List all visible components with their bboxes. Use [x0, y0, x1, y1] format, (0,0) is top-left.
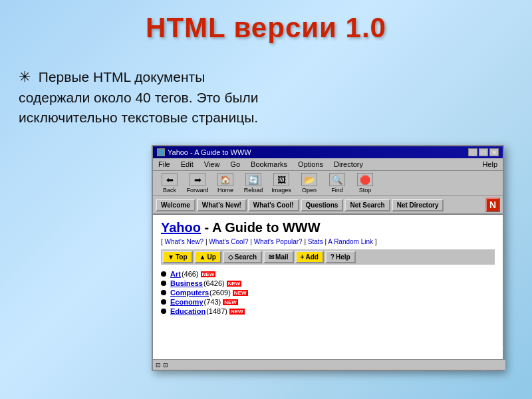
help-label: Help	[336, 253, 350, 261]
education-count: (1487)	[206, 307, 227, 315]
whats-new-link[interactable]: What's New?	[165, 238, 204, 245]
close-button[interactable]: ✕	[489, 148, 499, 156]
computers-count: (2609)	[209, 289, 231, 297]
help-button[interactable]: ? Help	[325, 251, 356, 263]
category-list: Art(466)NEW Business(6426)NEW Computers(…	[161, 270, 495, 315]
business-new-badge: NEW	[227, 281, 242, 287]
bullet-economy	[161, 299, 166, 305]
art-link[interactable]: Art	[170, 270, 181, 278]
economy-new-badge: NEW	[223, 299, 238, 305]
computers-link[interactable]: Computers	[170, 289, 209, 297]
yahoo-title: Yahoo - A Guide to WWW	[161, 220, 495, 235]
open-icon: 📂	[301, 173, 317, 186]
menu-bookmarks[interactable]: Bookmarks	[249, 160, 289, 169]
title-bar: 🌐 Yahoo - A Guide to WWW _ □ ✕	[153, 146, 503, 158]
mail-icon: ✉	[269, 253, 274, 261]
bullet-education	[161, 309, 166, 314]
education-link[interactable]: Education	[170, 307, 205, 315]
up-button[interactable]: ▲ Up	[194, 251, 221, 263]
forward-button[interactable]: ➡ Forward	[185, 173, 210, 194]
browser-window: 🌐 Yahoo - A Guide to WWW _ □ ✕ File Edit…	[152, 145, 504, 371]
title-bar-left: 🌐 Yahoo - A Guide to WWW	[157, 148, 251, 156]
toolbar: ⬅ Back ➡ Forward 🏠 Home 🔄 Reload 🖼 Image…	[153, 171, 503, 196]
window-title: Yahoo - A Guide to WWW	[168, 148, 251, 156]
back-button[interactable]: ⬅ Back	[157, 173, 182, 194]
home-icon: 🏠	[217, 173, 233, 186]
yahoo-subtitle: - A Guide to WWW	[201, 220, 321, 235]
reload-button[interactable]: 🔄 Reload	[241, 173, 266, 194]
questions-button[interactable]: Questions	[301, 199, 344, 211]
computers-new-badge: NEW	[233, 290, 248, 296]
home-button[interactable]: 🏠 Home	[213, 173, 238, 194]
bullet-computers	[161, 290, 166, 295]
random-link-link[interactable]: A Random Link	[328, 238, 373, 245]
page-title-area: HTML версии 1.0	[0, 0, 532, 44]
up-label: Up	[207, 253, 215, 261]
menu-go[interactable]: Go	[229, 160, 241, 169]
menu-directory[interactable]: Directory	[332, 160, 364, 169]
education-new-badge: NEW	[229, 309, 245, 315]
netscape-logo: N	[485, 198, 500, 212]
bullet-business	[161, 281, 166, 286]
maximize-button[interactable]: □	[479, 148, 488, 156]
up-icon: ▲	[200, 253, 206, 261]
top-icon: ▼	[168, 253, 174, 261]
welcome-button[interactable]: Welcome	[156, 199, 196, 211]
search-icon: ◇	[228, 253, 233, 261]
business-count: (6426)	[203, 279, 225, 287]
economy-count: (743)	[204, 298, 221, 306]
stats-link[interactable]: Stats	[308, 238, 323, 245]
status-text: ⊡ ⊡	[156, 362, 168, 368]
menu-help[interactable]: Help	[481, 160, 499, 169]
whats-cool-button[interactable]: What's Cool!	[248, 199, 299, 211]
menu-edit[interactable]: Edit	[180, 160, 195, 169]
list-item: Business(6426)NEW	[161, 279, 495, 287]
bullet-art	[161, 271, 166, 277]
bullet-content: Первые HTML документы содержали около 40…	[19, 69, 259, 125]
forward-icon: ➡	[190, 173, 205, 186]
main-heading: HTML версии 1.0	[0, 12, 532, 44]
whats-new-button[interactable]: What's New!	[197, 199, 247, 211]
whats-cool-link[interactable]: What's Cool?	[209, 238, 248, 245]
reload-icon: 🔄	[245, 173, 261, 186]
menu-file[interactable]: File	[157, 160, 172, 169]
search-button[interactable]: ◇ Search	[223, 251, 262, 263]
window-controls: _ □ ✕	[468, 148, 499, 156]
art-count: (466)	[182, 270, 199, 278]
menu-bar: File Edit View Go Bookmarks Options Dire…	[153, 158, 503, 171]
open-button[interactable]: 📂 Open	[297, 173, 322, 194]
list-item: Education(1487)NEW	[161, 307, 495, 315]
economy-link[interactable]: Economy	[170, 298, 203, 306]
art-new-badge: NEW	[201, 271, 216, 277]
net-search-button[interactable]: Net Search	[344, 199, 390, 211]
add-button[interactable]: + Add	[295, 251, 324, 263]
add-label: Add	[305, 253, 318, 261]
bullet-paragraph: Первые HTML документы содержали около 40…	[19, 66, 271, 128]
status-bar: ⊡ ⊡	[153, 359, 505, 370]
mail-button[interactable]: ✉ Mail	[263, 251, 293, 263]
yahoo-link[interactable]: Yahoo	[161, 220, 201, 235]
nav-bar: Welcome What's New! What's Cool! Questio…	[153, 196, 503, 215]
menu-options[interactable]: Options	[297, 160, 325, 169]
top-button[interactable]: ▼ Top	[162, 251, 193, 263]
net-directory-button[interactable]: Net Directory	[392, 199, 444, 211]
stop-button[interactable]: 🛑 Stop	[352, 173, 378, 194]
find-button[interactable]: 🔍 Find	[325, 173, 350, 194]
search-label: Search	[235, 253, 257, 261]
images-button[interactable]: 🖼 Images	[269, 173, 294, 194]
business-link[interactable]: Business	[170, 279, 203, 287]
list-item: Art(466)NEW	[161, 270, 495, 278]
content-area: Yahoo - A Guide to WWW [ What's New? | W…	[153, 215, 503, 366]
yahoo-links-row: [ What's New? | What's Cool? | What's Po…	[161, 238, 495, 245]
back-icon: ⬅	[162, 173, 178, 186]
quick-nav-bar: ▼ Top ▲ Up ◇ Search ✉ Mail + Add ? Help	[161, 249, 495, 265]
whats-popular-link[interactable]: What's Popular?	[254, 238, 303, 245]
browser-icon: 🌐	[157, 148, 165, 156]
top-label: Top	[176, 253, 188, 261]
stop-icon: 🛑	[357, 173, 373, 186]
help-icon: ?	[331, 253, 334, 261]
mail-label: Mail	[275, 253, 288, 261]
minimize-button[interactable]: _	[468, 148, 477, 156]
menu-view[interactable]: View	[203, 160, 221, 169]
add-icon: +	[301, 253, 305, 261]
